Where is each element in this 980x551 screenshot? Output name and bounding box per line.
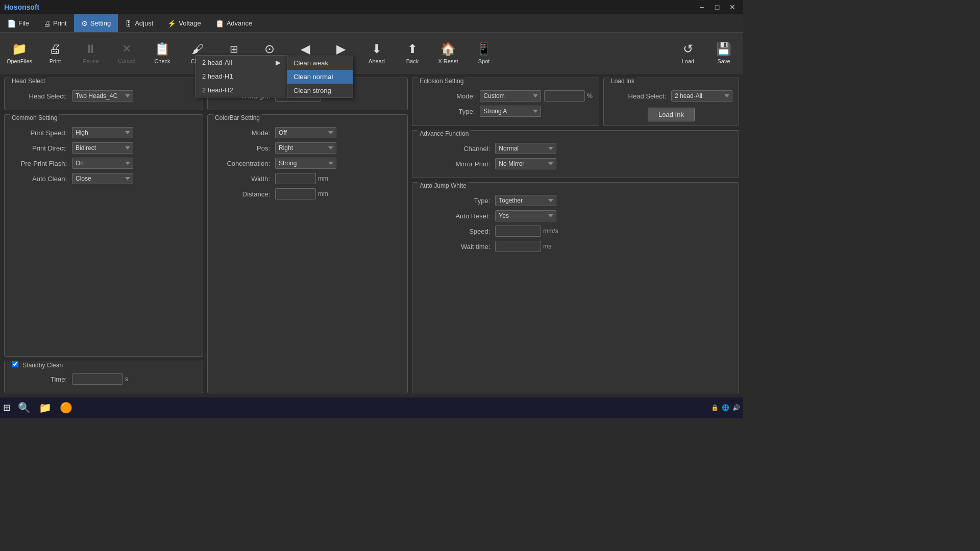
colorbar-pos-row: Pos: Right Left [214,142,401,154]
standby-clean-checkbox[interactable] [12,361,18,367]
right-icon: ▶ [336,42,346,56]
channel-label: Channel: [419,145,495,153]
tool-xreset[interactable]: 🏠 X Reset [431,35,465,71]
colorbar-distance-unit: mm [318,190,328,197]
colorbar-mode-row: Mode: Off On [214,127,401,138]
menu-voltage-label: Voltage [179,19,201,27]
windows-start-icon[interactable]: ⊞ [3,402,11,413]
print-speed-dropdown[interactable]: High Medium Low [72,127,133,138]
main-content: Head Select Head Select: Two Heads_4C On… [0,73,743,397]
left-column: Head Select Head Select: Two Heads_4C On… [4,78,203,393]
colorbar-setting-content: Mode: Off On Pos: Right Left Concentrati… [214,127,401,199]
tool-check[interactable]: 📋 Check [145,35,180,71]
center-column: X Margin: 20.00 mm ColorBar Setting Mode… [207,78,408,393]
minimize-button[interactable]: − [695,2,708,12]
head-select-content: Head Select: Two Heads_4C One Head Two H… [11,90,197,102]
menu-file[interactable]: 📄 File [0,14,36,32]
ajw-waittime-row: Wait time: 0 ms [419,241,732,252]
load-ink-head-dropdown[interactable]: 2 head-All 2 head-H1 2 head-H2 [671,90,732,102]
xreset-icon: 🏠 [440,42,456,56]
dropdown-2head-all[interactable]: 2 head-All ▶ Clean weak Clean normal Cle… [196,56,287,69]
load-ink-content: Head Select: 2 head-All 2 head-H1 2 head… [610,90,732,121]
dropdown-2head-h1[interactable]: 2 head-H1 [196,69,287,83]
dropdown-2head-all-trigger[interactable]: 2 head-All ▶ [196,56,287,69]
colorbar-distance-label: Distance: [214,190,275,198]
ajw-autoreset-row: Auto Reset: Yes No [419,210,732,221]
pre-print-flash-dropdown[interactable]: On Off [72,158,133,169]
load-ink-button[interactable]: Load Ink [648,108,695,121]
maximize-button[interactable]: □ [710,2,724,12]
colorbar-distance-row: Distance: 2.00 mm [214,188,401,199]
mirror-print-dropdown[interactable]: No Mirror Mirror [495,158,556,169]
clean-weak-item[interactable]: Clean weak [287,56,353,70]
taskbar-app-icon[interactable]: 🟠 [57,399,76,416]
tool-pause[interactable]: ⏸ Pause [74,35,108,71]
advance-function-title: Advance Function [418,130,471,137]
tool-check-label: Check [154,58,170,64]
eclosion-percent-input[interactable]: 50 [544,90,585,102]
left-icon: ◀ [301,42,310,56]
ajw-waittime-label: Wait time: [419,243,495,251]
menu-file-label: File [18,19,29,27]
menu-advance[interactable]: 📋 Advance [208,14,260,32]
colorbar-pos-dropdown[interactable]: Right Left [275,142,336,154]
colorbar-concentration-dropdown[interactable]: Strong Normal Weak [275,158,336,169]
tool-openfiles-label: OpenFiles [7,58,32,64]
colorbar-distance-input[interactable]: 2.00 [275,188,316,199]
auto-clean-dropdown[interactable]: Close Open [72,173,133,184]
load-icon: ↺ [683,42,693,56]
ajw-type-dropdown[interactable]: Together Separate [495,195,556,206]
tool-cancel[interactable]: ✕ Cancel [109,35,144,71]
load-ink-head-label: Head Select: [610,92,671,100]
print-direct-dropdown[interactable]: Bidirect Unidirect [72,142,133,154]
print-direct-row: Print Direct: Bidirect Unidirect [11,142,197,154]
colorbar-pos-label: Pos: [214,144,275,152]
tool-save[interactable]: 💾 Save [706,35,741,71]
clean-strong-item[interactable]: Clean strong [287,84,353,97]
dropdown-2head-h2[interactable]: 2 head-H2 [196,83,287,97]
standby-clean-title: Standby Clean [10,361,65,369]
colorbar-mode-label: Mode: [214,129,275,137]
tool-spot[interactable]: 📱 Spot [467,35,501,71]
taskbar-explorer-icon[interactable]: 📁 [36,399,55,416]
title-bar: Hosonsoft − □ ✕ [0,0,743,14]
standby-time-input[interactable]: 300.00 [72,373,123,385]
channel-dropdown[interactable]: Normal Custom [495,143,556,154]
tool-back[interactable]: ⬆ Back [395,35,430,71]
ajw-autoreset-dropdown[interactable]: Yes No [495,210,556,221]
menu-voltage[interactable]: ⚡ Voltage [160,14,208,32]
clean-normal-item[interactable]: Clean normal [287,70,353,84]
taskbar-volume-icon: 🔊 [732,404,740,411]
tool-load[interactable]: ↺ Load [671,35,705,71]
tool-print[interactable]: 🖨 Print [38,35,72,71]
taskbar-search-icon[interactable]: 🔍 [15,399,34,416]
colorbar-concentration-label: Concentration: [214,160,275,167]
clean-submenu: Clean weak Clean normal Clean strong [287,56,353,98]
margin-icon: ⊙ [264,42,275,56]
head-select-title: Head Select [10,78,47,85]
auto-clean-row: Auto Clean: Close Open [11,173,197,184]
tool-ahead[interactable]: ⬇ Ahead [359,35,394,71]
menu-print[interactable]: 🖨 Print [36,14,74,32]
menu-adjust[interactable]: 🎛 Adjust [118,14,160,32]
ajw-speed-unit: mm/s [543,228,558,235]
close-button[interactable]: ✕ [726,2,739,12]
app-logo: Hosonsoft [4,3,39,11]
head-select-dropdown[interactable]: Two Heads_4C One Head Two Heads [72,90,133,102]
ajw-speed-label: Speed: [419,228,495,235]
ajw-type-row: Type: Together Separate [419,195,732,206]
eclosion-type-dropdown[interactable]: Strong A Normal A Weak A [480,106,541,117]
ajw-speed-input[interactable]: 0.00 [495,226,541,237]
file-icon: 📄 [7,19,16,28]
auto-jump-white-title: Auto Jump White [418,182,468,189]
menu-setting[interactable]: ⚙ Setting [74,14,118,32]
tool-openfiles[interactable]: 📁 OpenFiles [2,35,37,71]
colorbar-width-input[interactable]: 6.00 [275,173,316,184]
openfiles-icon: 📁 [12,42,27,56]
tool-load-label: Load [682,58,694,64]
right-panels: Eclosion Setting Mode: Custom Normal Off… [412,78,739,393]
eclosion-mode-dropdown[interactable]: Custom Normal Off [480,90,541,102]
colorbar-mode-dropdown[interactable]: Off On [275,127,336,138]
ajw-waittime-input[interactable]: 0 [495,241,541,252]
ahead-icon: ⬇ [372,42,382,56]
